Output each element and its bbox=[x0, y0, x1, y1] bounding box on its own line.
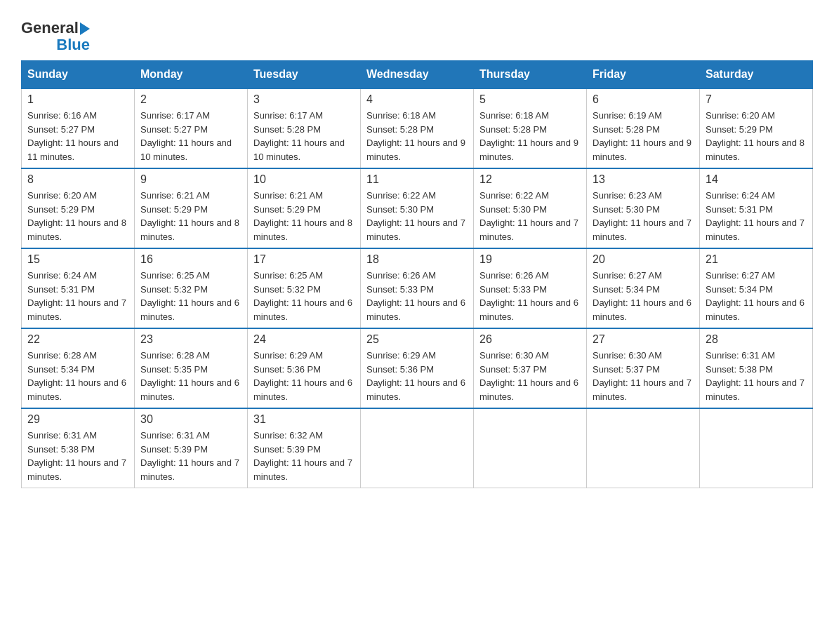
calendar-cell: 14 Sunrise: 6:24 AM Sunset: 5:31 PM Dayl… bbox=[700, 168, 813, 248]
day-info: Sunrise: 6:30 AM Sunset: 5:37 PM Dayligh… bbox=[479, 349, 581, 403]
day-info: Sunrise: 6:32 AM Sunset: 5:39 PM Dayligh… bbox=[253, 429, 355, 483]
day-number: 4 bbox=[366, 93, 468, 106]
day-info: Sunrise: 6:27 AM Sunset: 5:34 PM Dayligh… bbox=[593, 269, 694, 323]
day-info: Sunrise: 6:22 AM Sunset: 5:30 PM Dayligh… bbox=[366, 189, 468, 243]
calendar-cell: 8 Sunrise: 6:20 AM Sunset: 5:29 PM Dayli… bbox=[22, 168, 135, 248]
day-number: 21 bbox=[706, 253, 807, 266]
calendar-cell: 17 Sunrise: 6:25 AM Sunset: 5:32 PM Dayl… bbox=[248, 248, 361, 328]
day-info: Sunrise: 6:31 AM Sunset: 5:38 PM Dayligh… bbox=[706, 349, 807, 403]
calendar-cell: 13 Sunrise: 6:23 AM Sunset: 5:30 PM Dayl… bbox=[587, 168, 700, 248]
calendar-cell bbox=[361, 408, 474, 488]
calendar-cell: 3 Sunrise: 6:17 AM Sunset: 5:28 PM Dayli… bbox=[248, 88, 361, 168]
calendar-cell bbox=[700, 408, 813, 488]
calendar-cell: 9 Sunrise: 6:21 AM Sunset: 5:29 PM Dayli… bbox=[135, 168, 248, 248]
day-number: 30 bbox=[140, 413, 241, 426]
calendar-cell: 15 Sunrise: 6:24 AM Sunset: 5:31 PM Dayl… bbox=[22, 248, 135, 328]
weekday-header-thursday: Thursday bbox=[474, 61, 587, 89]
calendar-cell: 16 Sunrise: 6:25 AM Sunset: 5:32 PM Dayl… bbox=[135, 248, 248, 328]
calendar-cell: 11 Sunrise: 6:22 AM Sunset: 5:30 PM Dayl… bbox=[361, 168, 474, 248]
day-number: 6 bbox=[593, 93, 694, 106]
calendar-cell: 19 Sunrise: 6:26 AM Sunset: 5:33 PM Dayl… bbox=[474, 248, 587, 328]
day-info: Sunrise: 6:27 AM Sunset: 5:34 PM Dayligh… bbox=[706, 269, 807, 323]
calendar-cell: 6 Sunrise: 6:19 AM Sunset: 5:28 PM Dayli… bbox=[587, 88, 700, 168]
calendar-cell: 1 Sunrise: 6:16 AM Sunset: 5:27 PM Dayli… bbox=[22, 88, 135, 168]
day-info: Sunrise: 6:29 AM Sunset: 5:36 PM Dayligh… bbox=[366, 349, 468, 403]
day-number: 15 bbox=[27, 253, 128, 266]
logo-arrow-icon bbox=[80, 22, 90, 35]
day-number: 19 bbox=[479, 253, 581, 266]
day-info: Sunrise: 6:28 AM Sunset: 5:35 PM Dayligh… bbox=[140, 349, 241, 403]
day-number: 29 bbox=[27, 413, 128, 426]
calendar-cell: 2 Sunrise: 6:17 AM Sunset: 5:27 PM Dayli… bbox=[135, 88, 248, 168]
day-number: 24 bbox=[253, 333, 355, 346]
calendar-week-4: 22 Sunrise: 6:28 AM Sunset: 5:34 PM Dayl… bbox=[22, 328, 813, 408]
day-info: Sunrise: 6:17 AM Sunset: 5:27 PM Dayligh… bbox=[140, 109, 241, 163]
day-number: 23 bbox=[140, 333, 241, 346]
day-number: 12 bbox=[479, 173, 581, 186]
day-number: 5 bbox=[479, 93, 581, 106]
day-number: 20 bbox=[593, 253, 694, 266]
day-info: Sunrise: 6:19 AM Sunset: 5:28 PM Dayligh… bbox=[593, 109, 694, 163]
calendar-cell: 24 Sunrise: 6:29 AM Sunset: 5:36 PM Dayl… bbox=[248, 328, 361, 408]
day-number: 16 bbox=[140, 253, 241, 266]
calendar-week-5: 29 Sunrise: 6:31 AM Sunset: 5:38 PM Dayl… bbox=[22, 408, 813, 488]
day-info: Sunrise: 6:24 AM Sunset: 5:31 PM Dayligh… bbox=[27, 269, 128, 323]
calendar-cell: 20 Sunrise: 6:27 AM Sunset: 5:34 PM Dayl… bbox=[587, 248, 700, 328]
day-number: 18 bbox=[366, 253, 468, 266]
day-number: 11 bbox=[366, 173, 468, 186]
day-info: Sunrise: 6:31 AM Sunset: 5:38 PM Dayligh… bbox=[27, 429, 128, 483]
day-number: 2 bbox=[140, 93, 241, 106]
calendar-cell: 7 Sunrise: 6:20 AM Sunset: 5:29 PM Dayli… bbox=[700, 88, 813, 168]
day-info: Sunrise: 6:29 AM Sunset: 5:36 PM Dayligh… bbox=[253, 349, 355, 403]
day-number: 9 bbox=[140, 173, 241, 186]
day-info: Sunrise: 6:30 AM Sunset: 5:37 PM Dayligh… bbox=[593, 349, 694, 403]
calendar-cell: 26 Sunrise: 6:30 AM Sunset: 5:37 PM Dayl… bbox=[474, 328, 587, 408]
day-info: Sunrise: 6:18 AM Sunset: 5:28 PM Dayligh… bbox=[479, 109, 581, 163]
day-info: Sunrise: 6:20 AM Sunset: 5:29 PM Dayligh… bbox=[706, 109, 807, 163]
day-number: 7 bbox=[706, 93, 807, 106]
calendar-week-3: 15 Sunrise: 6:24 AM Sunset: 5:31 PM Dayl… bbox=[22, 248, 813, 328]
day-number: 10 bbox=[253, 173, 355, 186]
day-info: Sunrise: 6:23 AM Sunset: 5:30 PM Dayligh… bbox=[593, 189, 694, 243]
calendar-cell: 10 Sunrise: 6:21 AM Sunset: 5:29 PM Dayl… bbox=[248, 168, 361, 248]
day-number: 3 bbox=[253, 93, 355, 106]
day-number: 31 bbox=[253, 413, 355, 426]
calendar-cell: 29 Sunrise: 6:31 AM Sunset: 5:38 PM Dayl… bbox=[22, 408, 135, 488]
day-number: 28 bbox=[706, 333, 807, 346]
weekday-header-monday: Monday bbox=[135, 61, 248, 89]
day-info: Sunrise: 6:25 AM Sunset: 5:32 PM Dayligh… bbox=[140, 269, 241, 323]
day-info: Sunrise: 6:21 AM Sunset: 5:29 PM Dayligh… bbox=[140, 189, 241, 243]
calendar-cell: 30 Sunrise: 6:31 AM Sunset: 5:39 PM Dayl… bbox=[135, 408, 248, 488]
weekday-header-sunday: Sunday bbox=[22, 61, 135, 89]
calendar-cell: 28 Sunrise: 6:31 AM Sunset: 5:38 PM Dayl… bbox=[700, 328, 813, 408]
calendar-cell: 18 Sunrise: 6:26 AM Sunset: 5:33 PM Dayl… bbox=[361, 248, 474, 328]
day-info: Sunrise: 6:22 AM Sunset: 5:30 PM Dayligh… bbox=[479, 189, 581, 243]
day-info: Sunrise: 6:25 AM Sunset: 5:32 PM Dayligh… bbox=[253, 269, 355, 323]
day-number: 26 bbox=[479, 333, 581, 346]
calendar-cell: 27 Sunrise: 6:30 AM Sunset: 5:37 PM Dayl… bbox=[587, 328, 700, 408]
weekday-header-wednesday: Wednesday bbox=[361, 61, 474, 89]
day-number: 1 bbox=[27, 93, 128, 106]
weekday-header-tuesday: Tuesday bbox=[248, 61, 361, 89]
day-info: Sunrise: 6:18 AM Sunset: 5:28 PM Dayligh… bbox=[366, 109, 468, 163]
calendar-cell: 31 Sunrise: 6:32 AM Sunset: 5:39 PM Dayl… bbox=[248, 408, 361, 488]
weekday-header-row: SundayMondayTuesdayWednesdayThursdayFrid… bbox=[22, 61, 813, 89]
day-info: Sunrise: 6:28 AM Sunset: 5:34 PM Dayligh… bbox=[27, 349, 128, 403]
calendar-cell bbox=[474, 408, 587, 488]
day-info: Sunrise: 6:24 AM Sunset: 5:31 PM Dayligh… bbox=[706, 189, 807, 243]
day-info: Sunrise: 6:21 AM Sunset: 5:29 PM Dayligh… bbox=[253, 189, 355, 243]
day-number: 17 bbox=[253, 253, 355, 266]
calendar-cell: 12 Sunrise: 6:22 AM Sunset: 5:30 PM Dayl… bbox=[474, 168, 587, 248]
day-info: Sunrise: 6:20 AM Sunset: 5:29 PM Dayligh… bbox=[27, 189, 128, 243]
day-info: Sunrise: 6:26 AM Sunset: 5:33 PM Dayligh… bbox=[479, 269, 581, 323]
weekday-header-friday: Friday bbox=[587, 61, 700, 89]
calendar-cell: 21 Sunrise: 6:27 AM Sunset: 5:34 PM Dayl… bbox=[700, 248, 813, 328]
calendar-week-1: 1 Sunrise: 6:16 AM Sunset: 5:27 PM Dayli… bbox=[22, 88, 813, 168]
day-info: Sunrise: 6:16 AM Sunset: 5:27 PM Dayligh… bbox=[27, 109, 128, 163]
day-number: 13 bbox=[593, 173, 694, 186]
day-info: Sunrise: 6:17 AM Sunset: 5:28 PM Dayligh… bbox=[253, 109, 355, 163]
day-number: 27 bbox=[593, 333, 694, 346]
day-number: 14 bbox=[706, 173, 807, 186]
page-header: General Blue bbox=[21, 14, 813, 53]
calendar-cell: 23 Sunrise: 6:28 AM Sunset: 5:35 PM Dayl… bbox=[135, 328, 248, 408]
